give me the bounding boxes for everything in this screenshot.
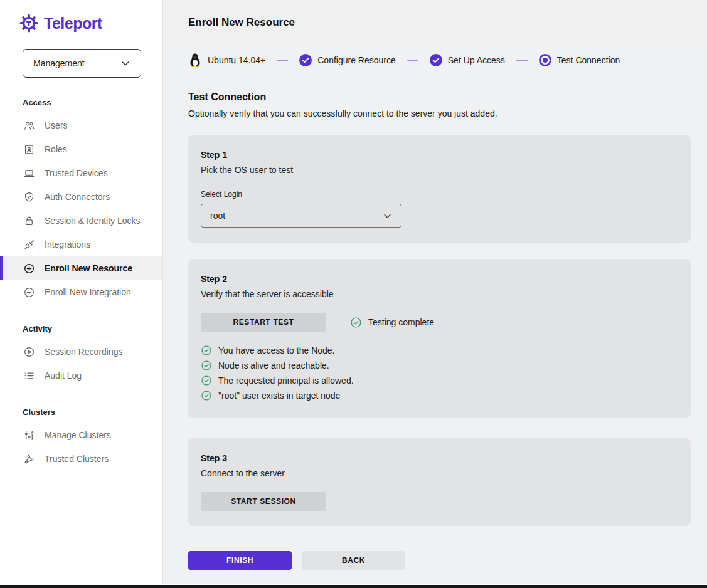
sidebar-item-enroll-new-integration[interactable]: Enroll New Integration (0, 280, 162, 304)
stepper-connector (516, 60, 528, 61)
check-item-text: The requested principal is allowed. (218, 375, 354, 386)
stepper-connector (277, 60, 288, 61)
select-login-label: Select Login (201, 190, 676, 199)
login-select[interactable]: root (201, 204, 401, 228)
check-circle-icon (350, 317, 362, 328)
cluster-nodes-icon (23, 453, 35, 465)
finish-button[interactable]: FINISH (188, 551, 292, 570)
sidebar-item-enroll-new-resource[interactable]: Enroll New Resource (0, 256, 162, 280)
step-current-icon (539, 54, 551, 66)
linux-tux-icon (188, 53, 202, 68)
back-button[interactable]: BACK (302, 551, 405, 570)
check-item: Node is alive and reachable. (201, 358, 676, 373)
workspace-selector-value: Management (33, 58, 85, 68)
sidebar: Teleport Management Access Users Roles (0, 0, 163, 584)
test-connection-content: Test Connection Optionally verify that y… (163, 75, 707, 570)
enroll-stepper: Ubuntu 14.04+ Configure Resource Set Up … (163, 45, 707, 75)
step3-card: Step 3 Connect to the server START SESSI… (188, 438, 691, 526)
page-title: Enroll New Resource (188, 16, 295, 29)
stepper-step-label: Configure Resource (317, 55, 396, 65)
sidebar-item-label: Integrations (45, 239, 90, 249)
sidebar-item-label: Trusted Devices (45, 168, 108, 178)
section-title: Test Connection (188, 92, 691, 103)
start-session-button[interactable]: START SESSION (201, 492, 326, 511)
check-item: You have access to the Node. (201, 343, 676, 358)
sidebar-section-access: Access (0, 98, 162, 107)
window-bottom-edge (0, 584, 707, 588)
list-icon (23, 370, 35, 382)
plus-circle-icon (23, 263, 35, 275)
test-status-text: Testing complete (368, 317, 434, 327)
sidebar-item-session-identity-locks[interactable]: Session & Identity Locks (0, 209, 162, 233)
sidebar-item-auth-connectors[interactable]: Auth Connectors (0, 185, 162, 209)
step3-title: Step 3 (201, 453, 676, 463)
step2-description: Verify that the server is accessible (201, 289, 676, 299)
sidebar-section-activity: Activity (0, 324, 162, 333)
users-icon (23, 120, 35, 132)
main-area: Enroll New Resource Ubuntu 14.04+ (163, 0, 707, 584)
stepper-step-label: Set Up Access (448, 55, 505, 65)
sidebar-item-trusted-clusters[interactable]: Trusted Clusters (0, 447, 162, 471)
stepper-resource-label: Ubuntu 14.04+ (208, 55, 265, 65)
sidebar-item-session-recordings[interactable]: Session Recordings (0, 340, 162, 364)
step1-description: Pick the OS user to test (201, 165, 676, 175)
shield-check-icon (23, 191, 35, 203)
restart-test-button[interactable]: RESTART TEST (201, 313, 326, 332)
check-item-text: Node is alive and reachable. (218, 360, 329, 370)
sidebar-item-label: Trusted Clusters (45, 454, 109, 464)
lock-icon (23, 215, 35, 227)
sidebar-item-trusted-devices[interactable]: Trusted Devices (0, 161, 162, 185)
plus-circle-icon (23, 286, 35, 298)
sidebar-item-label: Manage Clusters (45, 430, 111, 440)
check-item-text: "root" user exists in target node (218, 391, 340, 401)
sliders-icon (23, 429, 35, 441)
play-circle-icon (23, 346, 35, 358)
sidebar-item-label: Session Recordings (45, 347, 123, 357)
step2-title: Step 2 (201, 274, 676, 284)
sidebar-item-label: Roles (45, 144, 67, 154)
workspace-selector[interactable]: Management (23, 49, 141, 78)
step-completed-icon (299, 54, 312, 66)
section-subtitle: Optionally verify that you can successfu… (188, 108, 691, 118)
sidebar-item-users[interactable]: Users (0, 113, 162, 137)
check-circle-icon (201, 360, 212, 371)
sidebar-item-label: Auth Connectors (45, 192, 110, 202)
sidebar-section-clusters: Clusters (0, 407, 162, 417)
step1-card: Step 1 Pick the OS user to test Select L… (188, 135, 691, 243)
step3-description: Connect to the server (201, 468, 676, 478)
id-card-icon (23, 144, 35, 155)
check-circle-icon (201, 390, 212, 401)
check-circle-icon (201, 375, 212, 386)
sidebar-item-label: Users (45, 120, 68, 130)
sidebar-item-label: Session & Identity Locks (45, 216, 141, 226)
chevron-down-icon (120, 58, 130, 68)
sidebar-item-integrations[interactable]: Integrations (0, 233, 162, 256)
step1-title: Step 1 (201, 150, 676, 160)
step2-card: Step 2 Verify that the server is accessi… (188, 259, 691, 418)
teleport-logo[interactable]: Teleport (0, 14, 162, 33)
login-select-value: root (210, 211, 225, 221)
sidebar-item-label: Enroll New Resource (45, 263, 132, 273)
wizard-footer-actions: FINISH BACK (188, 551, 691, 570)
check-circle-icon (201, 345, 212, 356)
sidebar-item-label: Enroll New Integration (45, 287, 131, 297)
stepper-step-label: Test Connection (557, 55, 620, 65)
sidebar-item-manage-clusters[interactable]: Manage Clusters (0, 423, 162, 447)
plug-icon (23, 239, 35, 251)
sidebar-item-audit-log[interactable]: Audit Log (0, 364, 162, 387)
check-item: "root" user exists in target node (201, 388, 676, 403)
step-completed-icon (430, 54, 442, 66)
test-checklist: You have access to the Node. Node is ali… (201, 343, 676, 403)
check-item-text: You have access to the Node. (218, 345, 335, 355)
sidebar-item-label: Audit Log (45, 370, 82, 381)
sidebar-item-roles[interactable]: Roles (0, 137, 162, 161)
laptop-icon (23, 167, 35, 179)
app-window: Teleport Management Access Users Roles (0, 0, 707, 584)
stepper-connector (407, 60, 418, 61)
page-header: Enroll New Resource (163, 0, 707, 45)
teleport-gear-icon (19, 14, 38, 33)
chevron-down-icon (383, 211, 392, 221)
test-status: Testing complete (350, 317, 434, 328)
teleport-wordmark: Teleport (44, 14, 102, 33)
check-item: The requested principal is allowed. (201, 373, 676, 388)
